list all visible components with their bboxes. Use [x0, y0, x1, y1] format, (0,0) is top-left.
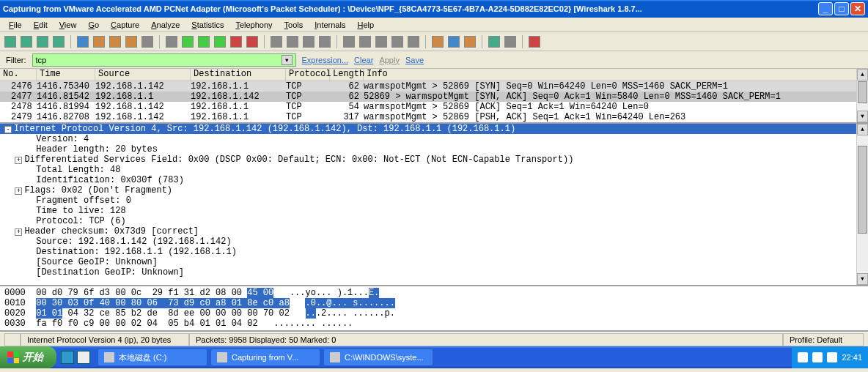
taskbar-app-button[interactable]: C:\WINDOWS\syste...: [323, 349, 433, 366]
detail-line[interactable]: [Destination GeoIP: Unknown]: [0, 267, 868, 278]
col-info[interactable]: Info: [364, 69, 868, 81]
toolbar-button[interactable]: [53, 36, 65, 48]
detail-line[interactable]: Version: 4: [0, 134, 868, 144]
menu-help[interactable]: Help: [351, 19, 380, 31]
packet-scrollbar[interactable]: ▲ ▼: [856, 69, 868, 122]
detail-line[interactable]: Identification: 0x030f (783): [0, 175, 868, 185]
expand-icon[interactable]: +: [15, 157, 22, 164]
filter-dropdown-icon[interactable]: ▾: [282, 55, 293, 65]
toolbar-button[interactable]: [391, 36, 403, 48]
start-button[interactable]: 开始: [0, 346, 56, 368]
details-scrollbar[interactable]: ▲ ▼: [856, 124, 868, 285]
expand-icon[interactable]: +: [15, 187, 22, 195]
packet-row[interactable]: 24771416.81542192.168.1.1192.168.1.142TC…: [0, 92, 868, 102]
scroll-thumb[interactable]: [858, 146, 867, 234]
filter-input[interactable]: tcp ▾: [32, 53, 296, 67]
toolbar-button[interactable]: [109, 36, 121, 48]
maximize-button[interactable]: □: [834, 2, 849, 15]
toolbar-button[interactable]: [182, 36, 194, 48]
save-link[interactable]: Save: [405, 56, 424, 64]
toolbar-button[interactable]: [287, 36, 298, 48]
toolbar-button[interactable]: [4, 36, 16, 48]
packet-row[interactable]: 24791416.82708192.168.1.142192.168.1.1TC…: [0, 112, 868, 122]
toolbar-button[interactable]: [432, 36, 444, 48]
tray-clock[interactable]: 22:41: [842, 353, 862, 362]
scroll-up-icon[interactable]: ▲: [857, 69, 868, 81]
toolbar-button[interactable]: [504, 36, 516, 48]
status-profile[interactable]: Profile: Default: [783, 333, 864, 346]
toolbar-button[interactable]: [408, 36, 419, 48]
expand-icon[interactable]: -: [4, 126, 12, 133]
toolbar-button[interactable]: [93, 36, 105, 48]
menu-file[interactable]: File: [3, 19, 28, 31]
detail-line[interactable]: [Source GeoIP: Unknown]: [0, 257, 868, 267]
hex-dump-pane[interactable]: 0000 00 d0 79 6f d3 00 0c 29 f1 31 d2 08…: [0, 286, 868, 332]
menu-tools[interactable]: Tools: [279, 19, 309, 31]
toolbar-button[interactable]: [125, 36, 137, 48]
toolbar-button[interactable]: [529, 36, 540, 48]
expression-link[interactable]: Expression...: [302, 56, 349, 64]
toolbar-button[interactable]: [198, 36, 210, 48]
toolbar-button[interactable]: [375, 36, 387, 48]
detail-line[interactable]: Header length: 20 bytes: [0, 144, 868, 155]
minimize-button[interactable]: _: [818, 2, 833, 15]
scroll-down-icon[interactable]: ▼: [857, 111, 868, 122]
toolbar-button[interactable]: [21, 36, 32, 48]
packet-row[interactable]: 24761416.75340192.168.1.142192.168.1.1TC…: [0, 81, 868, 92]
menu-go[interactable]: Go: [82, 19, 105, 31]
menu-edit[interactable]: Edit: [28, 19, 54, 31]
menu-statistics[interactable]: Statistics: [185, 19, 229, 31]
menu-analyze[interactable]: Analyze: [145, 19, 185, 31]
packet-list-pane[interactable]: No. Time Source Destination Protocol Len…: [0, 69, 868, 124]
tray-icon[interactable]: [812, 352, 823, 362]
scroll-up-icon[interactable]: ▲: [857, 124, 868, 135]
toolbar-button[interactable]: [448, 36, 460, 48]
col-time[interactable]: Time: [37, 69, 95, 81]
toolbar-button[interactable]: [464, 36, 476, 48]
hex-line[interactable]: 0010 00 30 03 0f 40 00 80 06 73 d9 c0 a8…: [4, 298, 864, 308]
detail-line[interactable]: Protocol: TCP (6): [0, 216, 868, 226]
detail-line[interactable]: Total Length: 48: [0, 165, 868, 175]
toolbar-button[interactable]: [230, 36, 242, 48]
toolbar-button[interactable]: [37, 36, 48, 48]
detail-line[interactable]: Time to live: 128: [0, 206, 868, 216]
toolbar-button[interactable]: [141, 36, 153, 48]
detail-line[interactable]: +Header checksum: 0x73d9 [correct]: [0, 226, 868, 237]
packet-row[interactable]: 24781416.81994192.168.1.142192.168.1.1TC…: [0, 102, 868, 112]
detail-line[interactable]: -Internet Protocol Version 4, Src: 192.1…: [0, 124, 868, 134]
taskbar-app-button[interactable]: 本地磁盘 (C:): [98, 349, 207, 366]
menu-internals[interactable]: Internals: [309, 19, 351, 31]
toolbar-button[interactable]: [359, 36, 371, 48]
ie-icon[interactable]: [61, 351, 74, 364]
toolbar-button[interactable]: [303, 36, 315, 48]
detail-line[interactable]: Destination: 192.168.1.1 (192.168.1.1): [0, 247, 868, 257]
col-destination[interactable]: Destination: [191, 69, 286, 81]
tray-icon[interactable]: [827, 352, 837, 362]
toolbar-button[interactable]: [271, 36, 282, 48]
hex-line[interactable]: 0000 00 d0 79 6f d3 00 0c 29 f1 31 d2 08…: [4, 288, 864, 298]
toolbar-button[interactable]: [319, 36, 331, 48]
packet-details-pane[interactable]: -Internet Protocol Version 4, Src: 192.1…: [0, 124, 868, 286]
col-protocol[interactable]: Protocol: [286, 69, 330, 81]
toolbar-button[interactable]: [343, 36, 355, 48]
menu-view[interactable]: View: [54, 19, 83, 31]
toolbar-button[interactable]: [246, 36, 258, 48]
detail-line[interactable]: +Flags: 0x02 (Don't Fragment): [0, 185, 868, 196]
apply-link[interactable]: Apply: [379, 56, 400, 64]
scroll-down-icon[interactable]: ▼: [857, 273, 868, 285]
expand-icon[interactable]: +: [15, 228, 22, 236]
toolbar-button[interactable]: [214, 36, 226, 48]
close-button[interactable]: ✕: [850, 2, 865, 15]
menu-telephony[interactable]: Telephony: [229, 19, 278, 31]
taskbar-app-button[interactable]: Capturing from V...: [210, 349, 320, 366]
col-length[interactable]: Length: [330, 69, 364, 81]
clear-link[interactable]: Clear: [354, 56, 373, 64]
detail-line[interactable]: Fragment offset: 0: [0, 196, 868, 206]
toolbar-button[interactable]: [488, 36, 500, 48]
detail-line[interactable]: Source: 192.168.1.142 (192.168.1.142): [0, 237, 868, 247]
col-no[interactable]: No.: [0, 69, 37, 81]
col-source[interactable]: Source: [95, 69, 191, 81]
menu-capture[interactable]: Capture: [105, 19, 145, 31]
tray-icon[interactable]: [798, 352, 808, 362]
detail-line[interactable]: +Differentiated Services Field: 0x00 (DS…: [0, 155, 868, 165]
